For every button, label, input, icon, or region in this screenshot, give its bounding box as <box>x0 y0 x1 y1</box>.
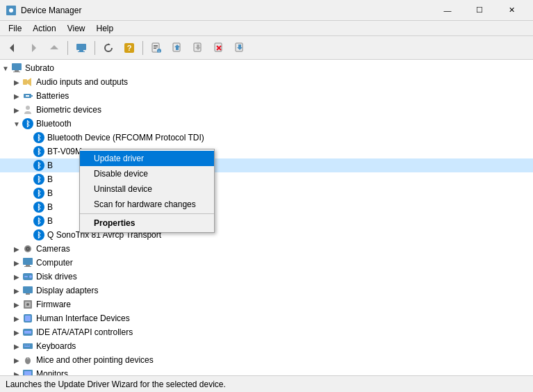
back-button[interactable] <box>3 39 22 57</box>
svg-text:ᛒ: ᛒ <box>37 147 42 156</box>
context-menu-update-driver[interactable]: Update driver <box>80 151 214 166</box>
toolbar-sep-1 <box>67 41 68 55</box>
biometric-label: Biometric devices <box>36 105 101 115</box>
bt-5-toggle-placeholder <box>22 186 33 200</box>
biometric-toggle[interactable]: ▶ <box>11 103 22 117</box>
properties-button[interactable]: i <box>147 39 166 57</box>
forward-icon <box>28 42 39 54</box>
monitors-label: Monitors <box>36 369 68 375</box>
batteries-toggle[interactable]: ▶ <box>11 89 22 103</box>
bt-6-toggle-placeholder <box>22 200 33 214</box>
hid-label: Human Interface Devices <box>36 313 130 323</box>
bt-6-label: B <box>47 202 53 212</box>
tree-monitors[interactable]: ▶ Monitors <box>0 367 533 375</box>
context-menu-disable-device[interactable]: Disable device <box>80 166 214 181</box>
context-menu-properties[interactable]: Properties <box>80 215 214 231</box>
title-bar-icon <box>6 5 17 16</box>
help-button[interactable]: ? <box>120 39 139 57</box>
menu-help[interactable]: Help <box>91 22 120 35</box>
tree-firmware[interactable]: ▶ Firmware <box>0 297 533 311</box>
refresh-button[interactable] <box>99 39 118 57</box>
tree-audio[interactable]: ▶ Audio inputs and outputs <box>0 75 533 89</box>
cameras-label: Cameras <box>36 244 70 254</box>
monitors-toggle[interactable]: ▶ <box>11 367 22 375</box>
minimize-button[interactable]: — <box>432 0 464 21</box>
computer-tree-icon <box>22 257 33 268</box>
display-icon <box>22 285 33 296</box>
svg-rect-74 <box>28 345 30 345</box>
tree-keyboards[interactable]: ▶ Keyboards <box>0 339 533 353</box>
up-button[interactable] <box>44 39 64 57</box>
mice-toggle[interactable]: ▶ <box>11 353 22 367</box>
root-toggle[interactable]: ▼ <box>0 61 11 75</box>
svg-marker-8 <box>108 43 110 45</box>
scan-button[interactable] <box>230 39 249 57</box>
status-text: Launches the Update Driver Wizard for th… <box>6 379 226 389</box>
firmware-icon <box>22 299 33 310</box>
keyboards-label: Keyboards <box>36 341 76 351</box>
maximize-button[interactable]: ☐ <box>464 0 495 21</box>
svg-rect-70 <box>24 331 31 334</box>
context-menu-scan-changes[interactable]: Scan for hardware changes <box>80 197 214 212</box>
svg-rect-57 <box>26 265 30 266</box>
tree-biometric[interactable]: ▶ Biometric devices <box>0 103 533 117</box>
tree-computer[interactable]: ▶ Computer <box>0 256 533 270</box>
keyboards-toggle[interactable]: ▶ <box>11 339 22 353</box>
bluetooth-toggle[interactable]: ▼ <box>11 117 22 131</box>
svg-text:?: ? <box>127 44 132 52</box>
menu-action[interactable]: Action <box>27 22 61 35</box>
audio-label: Audio inputs and outputs <box>36 77 128 87</box>
computer-button[interactable] <box>72 39 91 57</box>
svg-text:ᛒ: ᛒ <box>37 189 42 197</box>
computer-icon <box>76 42 87 54</box>
tree-root[interactable]: ▼ Subrato <box>0 61 533 75</box>
audio-toggle[interactable]: ▶ <box>11 75 22 89</box>
firmware-label: Firmware <box>36 300 71 309</box>
tree-diskdrives[interactable]: ▶ Disk drives <box>0 270 533 284</box>
keyboards-icon <box>22 341 33 352</box>
rollback-button[interactable] <box>188 39 208 57</box>
status-bar: Launches the Update Driver Wizard for th… <box>0 375 533 392</box>
firmware-toggle[interactable]: ▶ <box>11 297 22 311</box>
cameras-toggle[interactable]: ▶ <box>11 242 22 256</box>
uninstall-button[interactable] <box>209 39 229 57</box>
help-icon: ? <box>124 42 135 54</box>
hid-toggle[interactable]: ▶ <box>11 311 22 325</box>
bt-rfcomm-icon: ᛒ <box>33 132 44 143</box>
menu-view[interactable]: View <box>62 22 91 35</box>
bt-3-label: B <box>47 161 53 170</box>
svg-point-1 <box>9 8 13 13</box>
close-button[interactable]: ✕ <box>495 0 527 21</box>
forward-button[interactable] <box>24 39 43 57</box>
svg-rect-26 <box>12 63 22 70</box>
tree-ide[interactable]: ▶ IDE ATA/ATAPI controllers <box>0 325 533 339</box>
hid-icon <box>22 313 33 324</box>
bluetooth-label: Bluetooth <box>36 119 72 129</box>
svg-rect-13 <box>154 47 158 47</box>
tree-hid[interactable]: ▶ Human Interface Devices <box>0 311 533 325</box>
bt-5-label: B <box>47 188 53 198</box>
bt-v09m-icon: ᛒ <box>33 146 44 157</box>
tree-cameras[interactable]: ▶ Cameras <box>0 242 533 256</box>
menu-file[interactable]: File <box>3 22 27 35</box>
svg-text:ᛒ: ᛒ <box>37 217 42 225</box>
tree-bt-rfcomm[interactable]: ᛒ Bluetooth Device (RFCOMM Protocol TDI) <box>0 131 533 145</box>
tree-display[interactable]: ▶ Display adapters <box>0 284 533 297</box>
bt-4-icon: ᛒ <box>33 174 44 185</box>
main-container: ▼ Subrato ▶ Audio inputs and outputs <box>0 60 533 375</box>
context-menu-uninstall-device[interactable]: Uninstall device <box>80 181 214 197</box>
display-toggle[interactable]: ▶ <box>11 284 22 297</box>
ide-toggle[interactable]: ▶ <box>11 325 22 339</box>
svg-rect-80 <box>24 371 31 375</box>
computer-toggle[interactable]: ▶ <box>11 256 22 270</box>
update-driver-button[interactable] <box>167 39 187 57</box>
bt-rfcomm-label: Bluetooth Device (RFCOMM Protocol TDI) <box>47 133 204 142</box>
svg-point-60 <box>29 275 32 278</box>
tree-mice[interactable]: ▶ Mice and other pointing devices <box>0 353 533 367</box>
diskdrives-toggle[interactable]: ▶ <box>11 270 22 284</box>
tree-batteries[interactable]: ▶ Batteries <box>0 89 533 103</box>
svg-text:ᛒ: ᛒ <box>37 231 42 239</box>
computer-label: Computer <box>36 258 73 268</box>
uninstall-icon <box>213 42 224 54</box>
tree-bluetooth[interactable]: ▼ ᛒ Bluetooth <box>0 117 533 131</box>
